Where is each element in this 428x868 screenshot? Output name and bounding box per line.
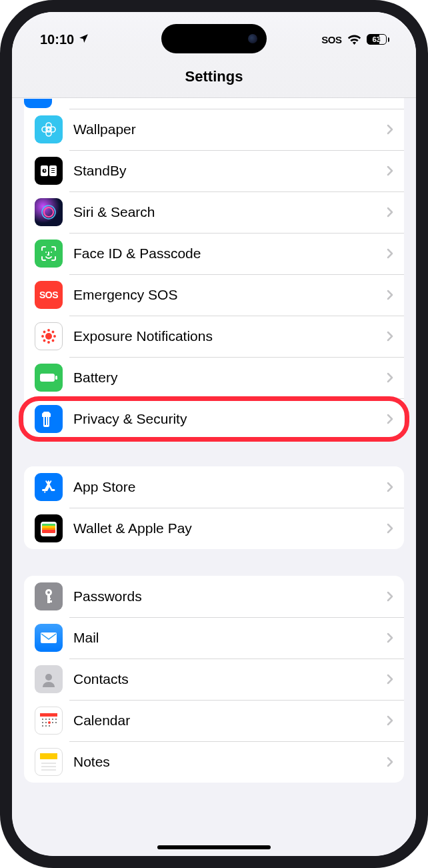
row-label: Notes xyxy=(73,754,387,770)
svg-rect-26 xyxy=(40,374,55,382)
row-label: Contacts xyxy=(73,671,387,687)
chevron-right-icon xyxy=(387,674,393,685)
row-label: Face ID & Passcode xyxy=(73,246,387,262)
page-title: Settings xyxy=(12,68,416,85)
svg-point-22 xyxy=(43,331,45,332)
svg-rect-54 xyxy=(40,753,57,759)
row-mail[interactable]: Mail xyxy=(24,617,404,659)
svg-point-42 xyxy=(45,719,47,720)
svg-rect-10 xyxy=(51,168,55,169)
row-label: Wallpaper xyxy=(73,121,387,137)
svg-point-43 xyxy=(49,719,50,720)
location-services-icon xyxy=(78,32,89,47)
chevron-right-icon xyxy=(387,372,393,383)
row-standby[interactable]: StandBy xyxy=(24,150,404,191)
svg-point-52 xyxy=(49,725,50,727)
svg-point-41 xyxy=(42,719,43,720)
row-privacy-security[interactable]: Privacy & Security xyxy=(24,398,404,440)
svg-point-45 xyxy=(55,719,57,720)
svg-point-46 xyxy=(42,722,43,723)
row-calendar[interactable]: Calendar xyxy=(24,700,404,741)
svg-point-39 xyxy=(45,674,52,681)
svg-rect-37 xyxy=(47,598,51,599)
svg-rect-32 xyxy=(42,530,55,533)
svg-point-49 xyxy=(55,722,57,723)
svg-rect-40 xyxy=(40,713,57,717)
chevron-right-icon xyxy=(387,482,393,492)
svg-rect-12 xyxy=(51,172,55,173)
svg-point-51 xyxy=(45,725,47,727)
sos-icon: SOS xyxy=(35,281,63,309)
appstore-icon xyxy=(35,473,63,501)
row-label: Privacy & Security xyxy=(73,411,387,427)
svg-point-19 xyxy=(48,342,49,343)
wallet-icon xyxy=(35,514,63,542)
svg-point-17 xyxy=(45,333,52,340)
contacts-icon xyxy=(35,665,63,693)
row-label: Passwords xyxy=(73,588,387,604)
home-indicator[interactable] xyxy=(157,845,271,849)
settings-list[interactable]: Wallpaper StandBy Siri & Search xyxy=(12,98,416,855)
svg-rect-38 xyxy=(41,632,57,643)
calendar-icon xyxy=(35,707,63,735)
chevron-right-icon xyxy=(387,414,393,424)
row-wallpaper[interactable]: Wallpaper xyxy=(24,109,404,150)
chevron-right-icon xyxy=(387,290,393,300)
row-label: Battery xyxy=(73,370,387,386)
svg-point-3 xyxy=(42,127,47,132)
chevron-right-icon xyxy=(387,591,393,602)
row-label: Wallet & Apple Pay xyxy=(73,520,387,536)
svg-point-16 xyxy=(51,252,52,253)
row-passwords[interactable]: Passwords xyxy=(24,576,404,617)
svg-rect-36 xyxy=(47,600,52,602)
row-label: StandBy xyxy=(73,163,387,179)
privacy-icon xyxy=(35,405,63,433)
row-label: Emergency SOS xyxy=(73,287,387,303)
passwords-icon xyxy=(35,582,63,610)
svg-point-4 xyxy=(50,127,55,132)
siri-icon xyxy=(35,198,63,226)
svg-point-18 xyxy=(48,330,49,331)
svg-point-34 xyxy=(47,591,50,594)
row-label: Mail xyxy=(73,630,387,646)
sos-indicator: SOS xyxy=(321,34,341,45)
svg-point-47 xyxy=(45,722,47,723)
svg-point-14 xyxy=(44,207,53,217)
row-wallet-apple-pay[interactable]: Wallet & Apple Pay xyxy=(24,508,404,549)
settings-group: App Store Wallet & Apple Pay xyxy=(24,466,404,549)
svg-rect-8 xyxy=(44,171,46,171)
svg-point-15 xyxy=(45,252,47,253)
phone-frame: 10:10 SOS 63 Settings xyxy=(0,0,428,868)
svg-point-44 xyxy=(52,719,53,720)
row-contacts[interactable]: Contacts xyxy=(24,659,404,700)
chevron-right-icon xyxy=(387,715,393,726)
status-time: 10:10 xyxy=(40,32,74,47)
row-app-store[interactable]: App Store xyxy=(24,466,404,508)
svg-rect-11 xyxy=(51,170,55,171)
row-emergency-sos[interactable]: SOS Emergency SOS xyxy=(24,274,404,316)
row-battery[interactable]: Battery xyxy=(24,357,404,398)
chevron-right-icon xyxy=(387,124,393,135)
svg-point-50 xyxy=(42,725,43,727)
row-exposure-notifications[interactable]: Exposure Notifications xyxy=(24,316,404,357)
svg-point-25 xyxy=(52,340,53,341)
svg-point-23 xyxy=(52,331,53,332)
exposure-icon xyxy=(35,322,63,350)
front-camera xyxy=(248,34,257,43)
chevron-right-icon xyxy=(387,523,393,534)
row-siri-search[interactable]: Siri & Search xyxy=(24,191,404,233)
chevron-right-icon xyxy=(387,632,393,643)
battery-indicator: 63 xyxy=(367,34,390,45)
svg-point-21 xyxy=(54,336,55,337)
cutoff-icon xyxy=(24,99,52,108)
row-label: Siri & Search xyxy=(73,204,387,220)
standby-icon xyxy=(35,157,63,185)
partial-row-top[interactable] xyxy=(24,98,404,109)
row-faceid-passcode[interactable]: Face ID & Passcode xyxy=(24,233,404,274)
row-notes[interactable]: Notes xyxy=(24,741,404,783)
wifi-icon xyxy=(347,34,361,45)
dynamic-island xyxy=(161,24,267,53)
mail-icon xyxy=(35,624,63,652)
settings-group: Passwords Mail Contacts xyxy=(24,576,404,783)
row-label: App Store xyxy=(73,479,387,495)
